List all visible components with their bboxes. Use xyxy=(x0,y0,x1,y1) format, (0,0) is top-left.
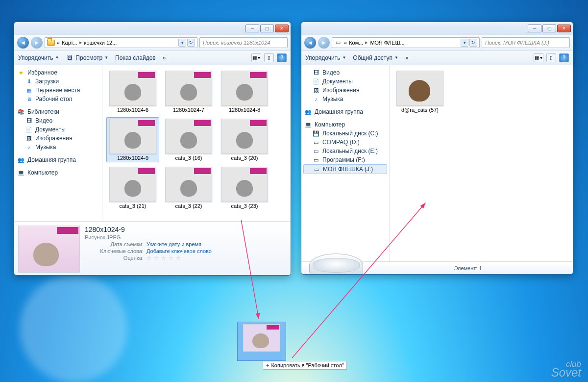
nav-drive-e[interactable]: ▭Локальный диск (E:) xyxy=(301,147,389,155)
nav-music[interactable]: ♪Музыка xyxy=(14,143,102,152)
thumb-image xyxy=(165,71,212,106)
file-thumb[interactable]: cats_3 (21) xyxy=(106,165,159,210)
thumb-image xyxy=(221,167,268,202)
forward-button[interactable]: ► xyxy=(31,37,43,49)
toolbar-overflow[interactable]: » xyxy=(405,54,409,61)
share-menu[interactable]: Общий доступ▼ xyxy=(353,54,398,61)
crumb[interactable]: МОЯ ФЛЕШ... xyxy=(370,40,404,46)
file-thumb[interactable]: cats_3 (16) xyxy=(162,117,215,162)
homegroup-item[interactable]: 👥Домашняя группа xyxy=(301,107,389,116)
content-pane[interactable]: 1280x1024-61280x1024-71280x1024-81280x10… xyxy=(102,65,291,221)
crumb[interactable]: « xyxy=(57,40,60,46)
file-thumb[interactable]: cats_3 (23) xyxy=(218,165,271,210)
toolbar-overflow[interactable]: » xyxy=(163,54,166,61)
label: Изображения xyxy=(322,87,359,94)
content-pane[interactable]: d@ra_cats (57) xyxy=(390,65,573,261)
back-button[interactable]: ◄ xyxy=(304,37,316,49)
nav-video[interactable]: 🎞Видео xyxy=(301,68,389,77)
nav-drive-f[interactable]: ▭Программы (F:) xyxy=(301,155,389,164)
dropdown-icon[interactable]: ▾ xyxy=(461,39,468,47)
status-bar: Элемент: 1 xyxy=(301,261,573,274)
label: Избранное xyxy=(27,69,57,76)
dropdown-icon[interactable]: ▾ xyxy=(178,39,186,47)
preview-pane-toggle[interactable]: ▯ xyxy=(546,53,556,62)
crumb[interactable]: кошечки 12... xyxy=(84,40,117,46)
thumb-caption: d@ra_cats (57) xyxy=(401,107,439,113)
nav-drive-c[interactable]: 💾Локальный диск (C:) xyxy=(301,129,389,138)
view-menu[interactable]: ▦ ▾ xyxy=(534,53,543,62)
refresh-button[interactable]: ↻ xyxy=(469,39,477,47)
address-bar[interactable]: « Карт... ▸ кошечки 12... ▾ ↻ xyxy=(45,37,197,48)
computer-group[interactable]: 💻Компьютер xyxy=(301,120,389,129)
meta-value[interactable]: Укажите дату и время xyxy=(147,241,201,247)
file-thumb[interactable]: 1280x1024-9 xyxy=(106,117,159,162)
crumb[interactable]: Ком... xyxy=(349,40,363,46)
nav-downloads[interactable]: ⬇Загрузки xyxy=(14,77,102,86)
address-bar[interactable]: ▭ « Ком... ▸ МОЯ ФЛЕШ... ▾ ↻ xyxy=(332,37,480,48)
drive-icon: 💾 xyxy=(312,130,320,137)
file-thumb[interactable]: cats_3 (20) xyxy=(218,117,271,162)
refresh-button[interactable]: ↻ xyxy=(187,39,195,47)
favorites-group[interactable]: ★Избранное xyxy=(14,68,102,77)
thumb-image xyxy=(221,71,268,106)
minimize-button[interactable]: ─ xyxy=(528,25,541,32)
titlebar[interactable]: ─ ▢ ✕ xyxy=(301,22,573,35)
view-menu[interactable]: ▦ ▾ xyxy=(251,53,261,62)
navigation-pane[interactable]: ★Избранное ⬇Загрузки ▦Недавние места 🖥Ра… xyxy=(14,65,102,221)
help-button[interactable]: ? xyxy=(559,53,569,62)
thumb-caption: 1280x1024-7 xyxy=(173,107,204,113)
label: Музыка xyxy=(322,96,343,102)
label: Домашняя группа xyxy=(27,156,76,163)
file-thumb[interactable]: cats_3 (22) xyxy=(162,165,215,210)
label: Документы xyxy=(322,78,353,85)
folder-icon xyxy=(47,40,55,46)
meta-value[interactable]: Добавьте ключевое слово xyxy=(147,248,212,254)
organize-menu[interactable]: Упорядочить▼ xyxy=(305,54,346,61)
crumb[interactable]: « xyxy=(344,40,347,46)
nav-recent[interactable]: ▦Недавние места xyxy=(14,86,102,95)
libraries-group[interactable]: 📚Библиотеки xyxy=(14,107,102,116)
titlebar[interactable]: ─ ▢ ✕ xyxy=(14,22,291,35)
nav-documents[interactable]: 📄Документы xyxy=(301,77,389,86)
document-icon: 📄 xyxy=(312,78,320,85)
search-input[interactable]: Поиск: кошечки 1280x1024 xyxy=(199,37,288,48)
close-button[interactable]: ✕ xyxy=(557,25,571,32)
nav-desktop[interactable]: 🖥Рабочий стол xyxy=(14,95,102,103)
nav-documents[interactable]: 📄Документы xyxy=(14,125,102,134)
music-icon: ♪ xyxy=(312,96,320,102)
slideshow-button[interactable]: Показ слайдов xyxy=(115,54,156,61)
rating-stars[interactable]: ☆ ☆ ☆ ☆ ☆ xyxy=(147,255,181,261)
back-button[interactable]: ◄ xyxy=(17,37,29,49)
file-thumb[interactable]: d@ra_cats (57) xyxy=(393,69,446,114)
navigation-pane[interactable]: 🎞Видео 📄Документы 🖼Изображения ♪Музыка 👥… xyxy=(301,65,390,261)
preview-pane-toggle[interactable]: ▯ xyxy=(264,53,274,62)
forward-button[interactable]: ► xyxy=(318,37,330,49)
nav-music[interactable]: ♪Музыка xyxy=(301,95,389,103)
label: Документы xyxy=(35,126,66,133)
help-button[interactable]: ? xyxy=(277,53,287,62)
nav-row: ◄ ► « Карт... ▸ кошечки 12... ▾ ↻ Поиск:… xyxy=(14,35,291,51)
nav-drive-j[interactable]: ▭МОЯ ФЛЕШКА (J:) xyxy=(303,164,387,174)
explorer-window-2: ─ ▢ ✕ ◄ ► ▭ « Ком... ▸ МОЯ ФЛЕШ... ▾ ↻ П… xyxy=(301,22,573,275)
file-thumb[interactable]: 1280x1024-8 xyxy=(218,69,271,114)
nav-pictures[interactable]: 🖼Изображения xyxy=(14,134,102,143)
preview-menu[interactable]: 🖼Просмотр▼ xyxy=(66,54,108,61)
maximize-button[interactable]: ▢ xyxy=(260,25,274,32)
computer-item[interactable]: 💻Компьютер xyxy=(14,168,102,177)
file-thumb[interactable]: 1280x1024-7 xyxy=(162,69,215,114)
watermark-line2: Sovet xyxy=(551,368,581,377)
homegroup-icon: 👥 xyxy=(17,156,25,163)
homegroup-item[interactable]: 👥Домашняя группа xyxy=(14,155,102,164)
nav-video[interactable]: 🎞Видео xyxy=(14,116,102,125)
crumb[interactable]: Карт... xyxy=(62,40,77,46)
label: Домашняя группа xyxy=(315,108,363,115)
minimize-button[interactable]: ─ xyxy=(245,25,259,32)
nav-pictures[interactable]: 🖼Изображения xyxy=(301,86,389,95)
file-thumb[interactable]: 1280x1024-6 xyxy=(106,69,159,114)
close-button[interactable]: ✕ xyxy=(275,25,289,32)
maximize-button[interactable]: ▢ xyxy=(542,25,556,32)
nav-drive-d[interactable]: ▭COMPAQ (D:) xyxy=(301,138,389,147)
picture-icon: 🖼 xyxy=(25,135,33,142)
search-input[interactable]: Поиск: МОЯ ФЛЕШКА (J:) xyxy=(482,37,570,48)
organize-menu[interactable]: Упорядочить▼ xyxy=(18,54,59,61)
